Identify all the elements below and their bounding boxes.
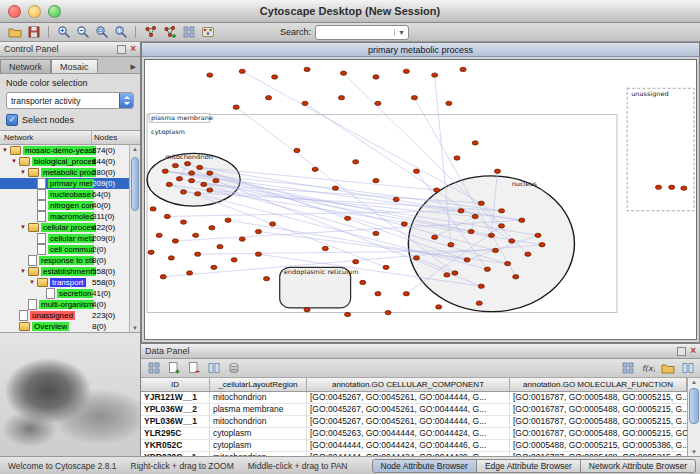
network-node[interactable] (189, 178, 195, 182)
network-node[interactable] (460, 67, 466, 71)
network-node[interactable] (180, 220, 186, 224)
search-dropdown-arrow-icon[interactable]: ▼ (394, 29, 408, 36)
network-node[interactable] (454, 156, 460, 160)
network-node[interactable] (498, 224, 504, 228)
network-node[interactable] (164, 214, 170, 218)
hide-selected-icon[interactable] (142, 25, 159, 40)
network-node[interactable] (302, 101, 308, 105)
network-node[interactable] (353, 260, 359, 264)
column-header[interactable]: ID (141, 378, 210, 391)
network-node[interactable] (195, 252, 201, 256)
network-node[interactable] (207, 188, 213, 192)
network-node[interactable] (468, 229, 474, 233)
network-node[interactable] (448, 243, 454, 247)
network-node[interactable] (535, 233, 541, 237)
network-node[interactable] (148, 250, 154, 254)
network-node[interactable] (160, 275, 166, 279)
network-node[interactable] (150, 207, 156, 211)
expand-triangle-icon[interactable]: ▼ (20, 167, 28, 178)
tree-row[interactable]: ▼cellular process422(0) (0, 222, 130, 233)
network-node[interactable] (383, 265, 389, 269)
network-node[interactable] (458, 209, 464, 213)
attribute-matrix-icon[interactable] (619, 361, 636, 376)
search-input[interactable]: ▼ (315, 25, 409, 40)
zoom-selected-region-icon[interactable] (93, 25, 110, 40)
network-node[interactable] (166, 182, 172, 186)
network-node[interactable] (403, 292, 409, 296)
tree-row[interactable]: nitrogen compo...40(0) (0, 200, 130, 211)
network-node[interactable] (322, 246, 328, 250)
network-node[interactable] (434, 188, 440, 192)
network-overview-thumbnail[interactable] (0, 332, 140, 456)
network-edge[interactable] (204, 184, 376, 233)
zoom-out-icon[interactable] (74, 25, 91, 40)
network-node[interactable] (189, 171, 195, 175)
network-node[interactable] (413, 256, 419, 260)
tree-row[interactable]: Overview8(0) (0, 321, 130, 332)
expand-triangle-icon[interactable]: ▼ (20, 222, 28, 233)
network-edge[interactable] (236, 107, 455, 273)
tree-row[interactable]: unassigned223(0) (0, 310, 130, 321)
network-node[interactable] (476, 301, 482, 305)
network-node[interactable] (172, 239, 178, 243)
select-nodes-checkbox[interactable]: ✓ (6, 114, 18, 126)
save-session-icon[interactable] (25, 25, 42, 40)
select-attributes-icon[interactable] (145, 361, 162, 376)
network-node[interactable] (478, 201, 484, 205)
open-session-icon[interactable] (6, 25, 23, 40)
tab-node-attribute-browser[interactable]: Node Attribute Browser (372, 459, 477, 473)
tree-row[interactable]: cellular metabo...209(0) (0, 233, 130, 244)
select-all-attributes-icon[interactable] (205, 361, 222, 376)
network-node[interactable] (209, 226, 215, 230)
network-node[interactable] (345, 312, 351, 316)
tree-row[interactable]: response to stimu...8(0) (0, 255, 130, 266)
column-header[interactable]: annotation.GO CELLULAR_COMPONENT (307, 378, 510, 391)
table-row[interactable]: YJR121W__1mitochondrion[GO:0045267, GO:0… (141, 392, 687, 404)
tab-edge-attribute-browser[interactable]: Edge Attribute Browser (477, 459, 581, 473)
network-node[interactable] (655, 185, 661, 189)
network-node[interactable] (338, 96, 344, 100)
network-node[interactable] (304, 308, 310, 312)
tree-row[interactable]: ▼mosaic-demo-yeast874(0) (0, 145, 130, 156)
network-node[interactable] (239, 69, 245, 73)
network-view-title[interactable]: primary metabolic process (142, 43, 699, 57)
network-node[interactable] (472, 214, 478, 218)
close-panel-icon[interactable]: × (690, 346, 696, 356)
network-node[interactable] (413, 169, 419, 173)
network-node[interactable] (375, 292, 381, 296)
scroll-up-icon[interactable]: ▲ (688, 379, 700, 385)
network-node[interactable] (472, 141, 478, 145)
delete-attribute-icon[interactable] (185, 361, 202, 376)
tree-scrollbar[interactable]: ▲ ▼ (129, 145, 140, 332)
attribute-columns-icon[interactable] (679, 361, 696, 376)
float-panel-icon[interactable] (117, 45, 126, 54)
network-node[interactable] (156, 233, 162, 237)
expand-triangle-icon[interactable]: ▼ (2, 145, 10, 156)
table-row[interactable]: YPL036W__2plasma membrane[GO:0045267, GO… (141, 404, 687, 416)
network-node[interactable] (411, 96, 417, 100)
tree-row[interactable]: primary metabo...209(0) (0, 178, 130, 189)
color-attribute-select[interactable]: transporter activity (6, 92, 134, 109)
network-node[interactable] (464, 258, 470, 262)
network-node[interactable] (294, 148, 300, 152)
network-node[interactable] (172, 163, 178, 167)
network-node[interactable] (345, 216, 351, 220)
table-row[interactable]: YKR052Ccytoplasm[GO:0044444, GO:0044424,… (141, 440, 687, 452)
expand-triangle-icon[interactable]: ▼ (11, 156, 19, 167)
network-node[interactable] (340, 71, 346, 75)
tab-network[interactable]: Network (0, 59, 51, 73)
network-node[interactable] (393, 197, 399, 201)
tree-row[interactable]: macromolecul...311(0) (0, 211, 130, 222)
network-node[interactable] (375, 101, 381, 105)
network-node[interactable] (488, 233, 494, 237)
combo-arrows-icon[interactable] (119, 93, 133, 108)
network-node[interactable] (197, 165, 203, 169)
network-node[interactable] (211, 265, 217, 269)
network-node[interactable] (360, 280, 366, 284)
network-node[interactable] (266, 96, 272, 100)
layout-grid-icon[interactable] (180, 25, 197, 40)
network-node[interactable] (494, 169, 500, 173)
network-node[interactable] (185, 162, 191, 166)
network-node[interactable] (255, 229, 261, 233)
table-row[interactable]: YPL036W__1mitochondrion[GO:0045267, GO:0… (141, 416, 687, 428)
